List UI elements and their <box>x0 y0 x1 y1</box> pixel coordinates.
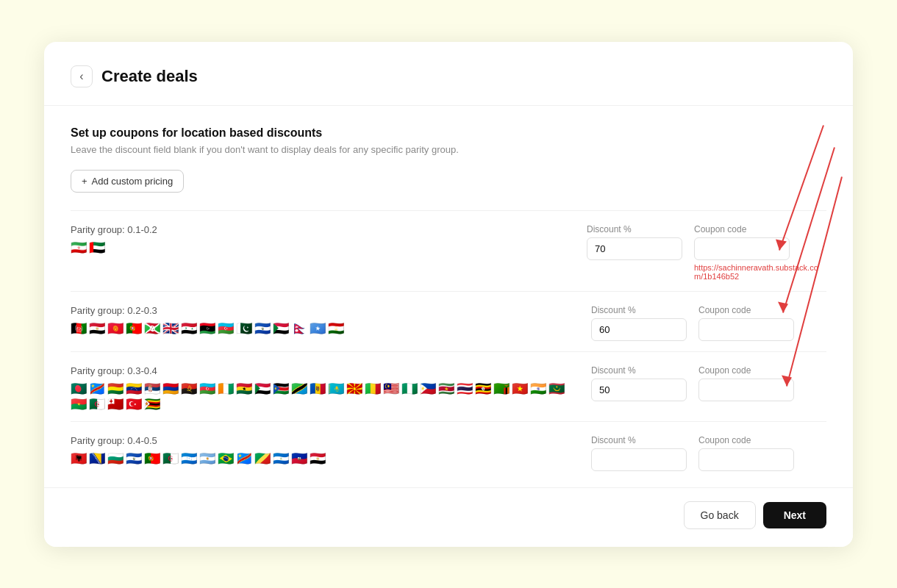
flag-icon: 🇱🇾 <box>199 322 215 335</box>
coupon-field-group: Coupon code <box>698 435 794 471</box>
flag-icon: 🇳🇬 <box>401 382 418 395</box>
flag-icon: 🇵🇹 <box>126 322 142 335</box>
coupon-label: Coupon code <box>694 224 826 234</box>
parity-groups-container: Parity group: 0.1-0.2 🇮🇷🇦🇪 Discount % Co… <box>71 210 826 481</box>
parity-label: Parity group: 0.2-0.3 <box>71 305 591 316</box>
flag-icon: 🇧🇩 <box>71 382 87 395</box>
flag-icon: 🇻🇪 <box>126 382 142 395</box>
discount-field-group: Discount % <box>591 435 687 471</box>
parity-left: Parity group: 0.2-0.3 🇦🇫🇪🇬🇰🇬🇵🇹🇧🇮🇬🇧🇸🇾🇱🇾🇦🇿… <box>71 305 591 335</box>
section-title: Set up coupons for location based discou… <box>71 126 826 140</box>
flag-icon: 🇰🇬 <box>107 322 124 335</box>
flag-icon: 🇬🇭 <box>236 382 252 395</box>
page-header: ‹ Create deals <box>44 65 853 106</box>
flag-icon: 🇭🇳 <box>181 452 197 465</box>
flag-icon: 🇸🇻 <box>126 452 142 465</box>
flag-icon: 🇸🇾 <box>181 322 197 335</box>
flag-icon: 🇨🇮 <box>218 382 234 395</box>
coupon-link: https://sachinneravath.substack.com/1b14… <box>694 263 826 281</box>
flag-icon: 🇬🇧 <box>162 322 179 335</box>
flag-icon: 🇵🇰 <box>236 322 252 335</box>
parity-group-1: Parity group: 0.1-0.2 🇮🇷🇦🇪 Discount % Co… <box>71 210 826 291</box>
flag-icon: 🇧🇫 <box>71 398 87 411</box>
parity-group-4: Parity group: 0.4-0.5 🇦🇱🇧🇦🇧🇬🇸🇻🇵🇹🇩🇿🇭🇳🇦🇷🇧🇷… <box>71 421 826 481</box>
parity-label: Parity group: 0.3-0.4 <box>71 365 591 376</box>
discount-field-group: Discount % <box>591 365 687 401</box>
flag-icon: 🇪🇬 <box>310 452 326 465</box>
flag-icon: 🇸🇩 <box>273 322 289 335</box>
flags-row: 🇮🇷🇦🇪 <box>71 241 571 254</box>
coupon-input[interactable] <box>698 379 794 401</box>
flag-icon: 🇷🇸 <box>144 382 160 395</box>
flag-icon: 🇹🇴 <box>107 398 124 411</box>
flag-icon: 🇲🇰 <box>346 382 362 395</box>
parity-group-header: Parity group: 0.4-0.5 🇦🇱🇧🇦🇧🇬🇸🇻🇵🇹🇩🇿🇭🇳🇦🇷🇧🇷… <box>71 435 826 471</box>
parity-group-header: Parity group: 0.1-0.2 🇮🇷🇦🇪 Discount % Co… <box>71 224 826 281</box>
flag-icon: 🇪🇬 <box>89 322 105 335</box>
flag-icon: 🇮🇷 <box>71 241 87 254</box>
discount-field-group: Discount % <box>591 305 687 341</box>
flag-icon: 🇨🇩 <box>236 452 252 465</box>
flag-icon: 🇮🇳 <box>530 382 546 395</box>
coupon-input[interactable] <box>698 318 794 341</box>
parity-label: Parity group: 0.4-0.5 <box>71 435 591 446</box>
coupon-input[interactable] <box>698 448 794 471</box>
flag-icon: 🇦🇿 <box>218 322 234 335</box>
coupon-label: Coupon code <box>698 365 794 376</box>
back-button[interactable]: ‹ <box>71 65 93 87</box>
coupon-input[interactable] <box>694 237 790 260</box>
flag-icon: 🇸🇴 <box>310 322 326 335</box>
flags-row: 🇧🇩🇨🇩🇧🇴🇻🇪🇷🇸🇦🇲🇦🇴🇦🇿🇨🇮🇬🇭🇸🇩🇸🇸🇹🇿🇲🇩🇰🇿🇲🇰🇲🇱🇲🇾🇳🇬🇵🇭… <box>71 382 571 411</box>
flag-icon: 🇺🇬 <box>475 382 491 395</box>
flag-icon: 🇭🇹 <box>291 452 307 465</box>
coupon-field-group: Coupon code <box>698 365 794 401</box>
flag-icon: 🇩🇿 <box>89 398 105 411</box>
flag-icon: 🇻🇳 <box>512 382 528 395</box>
flag-icon: 🇦🇿 <box>199 382 215 395</box>
flag-icon: 🇸🇸 <box>273 382 289 395</box>
discount-input[interactable] <box>591 448 687 471</box>
flag-icon: 🇵🇭 <box>420 382 436 395</box>
parity-label: Parity group: 0.1-0.2 <box>71 224 587 235</box>
main-card: ‹ Create deals Set up coupons for locati… <box>44 42 853 547</box>
coupon-field-group: Coupon code https://sachinneravath.subst… <box>694 224 826 281</box>
discount-input[interactable] <box>591 379 687 401</box>
page-title: Create deals <box>101 67 198 86</box>
flag-icon: 🇲🇷 <box>548 382 565 395</box>
discount-label: Discount % <box>591 365 687 376</box>
flag-icon: 🇦🇪 <box>89 241 105 254</box>
parity-right: Discount % Coupon code <box>591 365 826 401</box>
flag-icon: 🇧🇦 <box>89 452 105 465</box>
flag-icon: 🇩🇿 <box>162 452 179 465</box>
discount-label: Discount % <box>591 435 687 445</box>
flag-icon: 🇳🇮 <box>273 452 289 465</box>
flag-icon: 🇧🇬 <box>107 452 124 465</box>
flag-icon: 🇧🇴 <box>107 382 124 395</box>
flag-icon: 🇨🇬 <box>254 452 271 465</box>
flag-icon: 🇸🇷 <box>438 382 454 395</box>
discount-field-group: Discount % <box>587 224 682 260</box>
flag-icon: 🇦🇫 <box>71 322 87 335</box>
discount-input[interactable] <box>591 318 687 341</box>
next-button[interactable]: Next <box>763 502 826 528</box>
add-custom-label: Add custom pricing <box>92 176 174 187</box>
flag-icon: 🇸🇩 <box>254 382 271 395</box>
parity-left: Parity group: 0.1-0.2 🇮🇷🇦🇪 <box>71 224 587 254</box>
go-back-button[interactable]: Go back <box>684 501 756 529</box>
flag-icon: 🇰🇿 <box>328 382 344 395</box>
flag-icon: 🇲🇩 <box>310 382 326 395</box>
flag-icon: 🇿🇼 <box>144 398 160 411</box>
flag-icon: 🇸🇻 <box>254 322 271 335</box>
flag-icon: 🇹🇷 <box>126 398 142 411</box>
discount-input[interactable] <box>587 237 682 260</box>
add-custom-pricing-button[interactable]: + Add custom pricing <box>71 170 184 193</box>
parity-left: Parity group: 0.4-0.5 🇦🇱🇧🇦🇧🇬🇸🇻🇵🇹🇩🇿🇭🇳🇦🇷🇧🇷… <box>71 435 591 465</box>
flag-icon: 🇦🇴 <box>181 382 197 395</box>
parity-right: Discount % Coupon code <box>591 435 826 471</box>
flag-icon: 🇦🇲 <box>162 382 179 395</box>
discount-label: Discount % <box>591 305 687 315</box>
footer: Go back Next <box>44 487 853 547</box>
coupon-field-group: Coupon code <box>698 305 794 341</box>
parity-right: Discount % Coupon code https://sachinner… <box>587 224 826 281</box>
flag-icon: 🇦🇱 <box>71 452 87 465</box>
